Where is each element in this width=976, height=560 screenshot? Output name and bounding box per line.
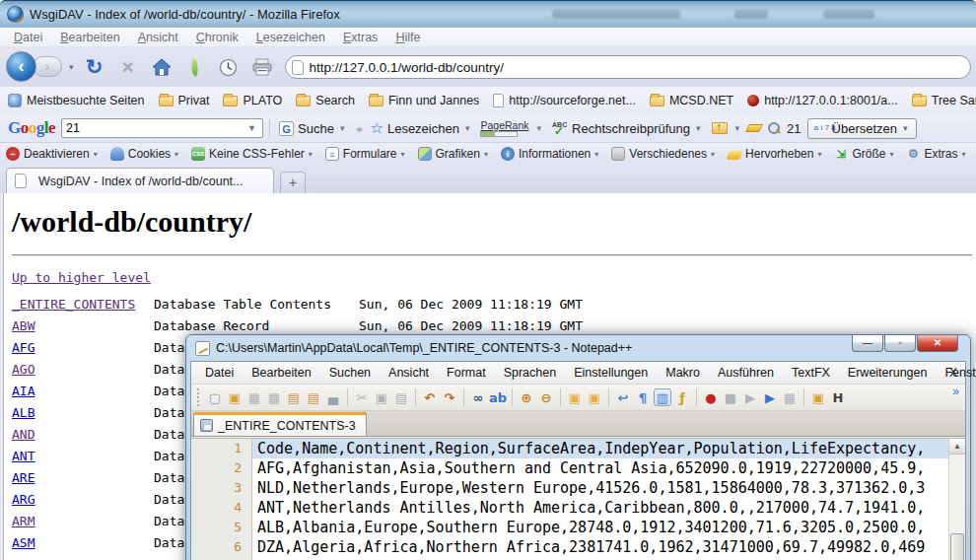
separator[interactable] [560,388,561,406]
devtool-menu-button[interactable]: Hervorheben [728,147,821,161]
replace-icon[interactable]: ab [489,388,507,406]
bookmark-item[interactable]: Finn und Jannes [369,94,479,107]
menu-item[interactable]: Suchen [320,364,380,382]
scrollbar-thumb[interactable]: ≡ [950,533,964,560]
menu-item[interactable]: Ansicht [380,364,438,382]
google-bookmarks-button[interactable]: ☆ Lesezeichen ▾ [367,118,474,138]
url-text[interactable]: http://127.0.0.1/world-db/country/ [310,60,504,75]
sync-vertical-icon[interactable]: ▣ [566,388,584,406]
menu-item[interactable]: Ansicht [130,29,186,46]
entry-link[interactable]: _ENTIRE_CONTENTS [12,294,135,315]
history-clock-icon[interactable] [214,53,244,81]
vertical-scrollbar[interactable]: ▲ ≡ [948,439,965,560]
macro-save-icon[interactable]: ▦ [781,388,799,406]
bookmark-item[interactable]: Search [296,94,355,107]
devtool-menu-button[interactable]: Informationen [501,147,598,161]
code-line[interactable]: ALB,Albania,Europe,Southern Europe,28748… [252,518,948,537]
devtool-menu-button[interactable]: Grafiken [418,147,488,161]
document-tab[interactable]: _ENTIRE_CONTENTS-3 [193,412,367,436]
leaf-icon[interactable] [180,53,210,81]
menu-item[interactable]: Datei [6,29,50,46]
devtool-menu-button[interactable]: Extras [906,147,965,161]
entry-link[interactable]: AND [12,424,35,446]
bookmark-item[interactable]: http://127.0.0.1:8001/a... [747,94,898,107]
separator[interactable] [608,388,609,406]
doc-close-button[interactable]: X [949,366,957,380]
search-history-dropdown-icon[interactable]: ▼ [247,123,256,133]
separator[interactable] [347,388,348,406]
entry-link[interactable]: ARE [12,467,35,489]
menu-item[interactable]: Erweiterungen [839,364,937,382]
refresh-icon[interactable]: ↻ [80,53,109,81]
indent-guide-icon[interactable]: ▥ [654,388,671,406]
code-line[interactable]: NLD,Netherlands,Europe,Western Europe,41… [252,478,948,498]
menu-item[interactable]: Extras [335,29,385,46]
minimize-button[interactable]: — [852,335,883,352]
devtool-menu-button[interactable]: Deaktivieren [6,147,98,161]
code-line[interactable]: ANT,Netherlands Antilles,North America,C… [252,498,948,518]
entry-link[interactable]: ALB [12,402,35,424]
notepad-titlebar[interactable]: C:\Users\Martin\AppData\Local\Temp\_ENTI… [186,335,970,361]
browser-tab[interactable]: WsgiDAV - Index of /world-db/count... [6,168,274,193]
forward-button[interactable]: › [33,56,62,77]
separator[interactable] [803,388,804,406]
separator[interactable] [512,388,513,406]
devtool-menu-button[interactable]: Verschiedenes [611,147,715,161]
bookmark-item[interactable]: Tree Samples [912,94,976,107]
devtool-menu-button[interactable]: Cookies [110,147,178,161]
word-wrap-icon[interactable]: ↩ [614,388,632,406]
menu-item[interactable]: Makro [657,364,709,382]
devtool-menu-button[interactable]: Keine CSS-Fehler [191,147,313,161]
google-search-button[interactable]: G Suche ▾ [276,120,349,137]
entry-link[interactable]: ABW [12,315,35,337]
menu-item[interactable]: Ausführen [709,364,783,382]
url-bar[interactable]: http://127.0.0.1/world-db/country/ [285,55,971,79]
undo-icon[interactable]: ↶ [421,388,439,406]
menu-item[interactable]: Bearbeiten [52,29,127,46]
find-icon[interactable]: ∞ [469,388,487,406]
find-magnifier-icon[interactable] [767,121,781,135]
zoom-in-icon[interactable]: ⊕ [518,388,535,406]
code-line[interactable]: AFG,Afghanistan,Asia,Southern and Centra… [252,458,948,478]
print-icon[interactable]: ▄ [324,388,342,406]
close-all-icon[interactable]: ▤ [305,388,322,406]
open-file-icon[interactable]: ▣ [226,388,244,406]
function-completion-icon[interactable]: ƒ [673,388,691,406]
menu-item[interactable]: Sprachen [495,364,566,382]
menu-item[interactable]: Hilfe [387,29,428,46]
entry-link[interactable]: ANT [12,446,35,467]
up-to-higher-level-link[interactable]: Up to higher level [12,270,151,285]
paste-icon[interactable]: ▤ [392,388,410,406]
menu-item[interactable]: Bearbeiten [243,364,319,382]
close-doc-icon[interactable]: ▤ [285,388,303,406]
macro-record-icon[interactable]: ● [702,388,720,406]
menu-item[interactable]: Chronik [188,29,246,46]
separator[interactable] [463,388,464,406]
macro-stop-icon[interactable]: ■ [722,388,739,406]
entry-link[interactable]: ATA [12,554,35,560]
cut-icon[interactable]: ✂ [353,388,371,406]
history-dropdown-icon[interactable]: ▾ [69,62,74,72]
bookmark-item[interactable]: MCSD.NET [650,94,733,107]
zoom-out-icon[interactable]: ⊖ [537,388,555,406]
folder-workspace-icon[interactable]: ▣ [809,388,827,406]
close-button[interactable]: ✕ [917,335,958,352]
entry-link[interactable]: ARM [12,511,35,532]
google-search-input[interactable] [66,121,245,135]
toolbar-grip[interactable]: ◂▸ [355,123,361,134]
save-icon[interactable]: ▦ [245,388,263,406]
print-icon[interactable] [247,53,277,81]
entry-link[interactable]: AFG [12,337,35,359]
devtool-menu-button[interactable]: Formulare [325,147,405,161]
translate-button[interactable]: a í 7 ä Übersetzen ▾ [807,118,917,139]
bookmark-item[interactable]: Privat [159,94,210,107]
show-all-chars-icon[interactable]: ¶ [634,388,652,406]
save-all-icon[interactable]: ▦ [265,388,283,406]
text-content[interactable]: Code,Name,Continent,Region,SurfaceArea,I… [252,439,948,560]
new-file-icon[interactable]: ▢ [206,388,224,406]
scroll-up-icon[interactable]: ▲ [949,439,965,455]
entry-link[interactable]: AIA [12,381,35,402]
entry-link[interactable]: AGO [12,359,35,381]
toolbar-grip[interactable] [197,388,200,406]
macro-run-multiple-icon[interactable]: ▶ [761,388,779,406]
